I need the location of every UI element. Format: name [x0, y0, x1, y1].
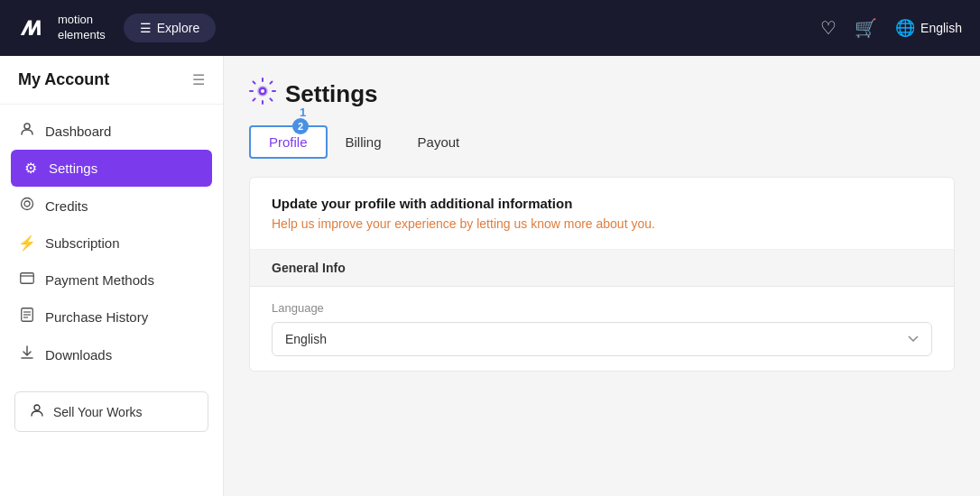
- sidebar-item-payment-methods[interactable]: Payment Methods: [0, 262, 223, 298]
- update-subtitle: Help us improve your experience by letti…: [272, 216, 932, 231]
- sidebar-item-downloads[interactable]: Downloads: [0, 335, 223, 373]
- language-selector[interactable]: 🌐 English: [895, 18, 962, 38]
- purchase-icon: [18, 308, 36, 326]
- tab-payout[interactable]: Payout: [400, 127, 478, 157]
- step-1-badge: 1: [300, 106, 306, 119]
- sidebar-item-dashboard[interactable]: Dashboard: [0, 112, 223, 150]
- sidebar-header: My Account ☰: [0, 56, 223, 105]
- step-2-badge: 2: [292, 118, 309, 134]
- svg-point-12: [261, 89, 264, 93]
- svg-point-2: [22, 198, 33, 210]
- svg-text:ʍ: ʍ: [20, 13, 41, 41]
- payment-icon: [18, 271, 36, 288]
- header-actions: ♡ 🛒 🌐 English: [820, 17, 962, 39]
- page-title: Settings: [285, 80, 378, 108]
- sidebar: My Account ☰ Dashboard ⚙ Settings Credit…: [0, 56, 224, 496]
- sell-works-icon: [30, 403, 44, 420]
- logo: ʍ motion elements: [18, 10, 106, 47]
- main-content: Settings 1 Profile 2 Billing Payout Upda…: [224, 56, 980, 496]
- sidebar-title: My Account: [18, 70, 109, 89]
- settings-gear-icon: [249, 78, 276, 111]
- explore-button[interactable]: ☰ Explore: [124, 14, 216, 42]
- svg-rect-4: [21, 273, 34, 284]
- settings-card: Update your profile with additional info…: [249, 177, 955, 372]
- section-header: General Info: [250, 250, 954, 287]
- header: ʍ motion elements ☰ Explore ♡ 🛒 🌐 Englis…: [0, 0, 980, 56]
- page-title-row: Settings: [249, 78, 955, 111]
- sidebar-item-purchase-history[interactable]: Purchase History: [0, 298, 223, 335]
- tab-profile[interactable]: Profile: [249, 125, 328, 159]
- menu-icon: ☰: [140, 21, 152, 35]
- tabs-row: 1 Profile 2 Billing Payout: [249, 125, 955, 159]
- dashboard-icon: [18, 122, 36, 140]
- subscription-icon: ⚡: [18, 234, 36, 252]
- logo-icon: ʍ: [18, 10, 51, 47]
- sidebar-item-credits[interactable]: Credits: [0, 187, 223, 225]
- settings-icon: ⚙: [22, 160, 40, 177]
- page-layout: My Account ☰ Dashboard ⚙ Settings Credit…: [0, 56, 980, 496]
- wishlist-icon[interactable]: ♡: [820, 17, 837, 39]
- downloads-icon: [18, 345, 36, 363]
- globe-icon: 🌐: [895, 18, 915, 38]
- cart-icon[interactable]: 🛒: [855, 17, 877, 39]
- update-section: Update your profile with additional info…: [250, 178, 954, 250]
- language-field-row: Language English 中文 日本語 한국어 Español Fran…: [250, 287, 954, 371]
- tab-billing[interactable]: Billing: [328, 127, 400, 157]
- sidebar-item-subscription[interactable]: ⚡ Subscription: [0, 225, 223, 262]
- language-label: Language: [272, 301, 932, 315]
- update-title: Update your profile with additional info…: [272, 196, 932, 211]
- general-info-section: General Info Language English 中文 日本語 한국어…: [250, 250, 954, 371]
- hamburger-icon[interactable]: ☰: [192, 71, 205, 88]
- sidebar-item-settings[interactable]: ⚙ Settings: [11, 150, 212, 187]
- sell-works-button[interactable]: Sell Your Works: [14, 391, 208, 432]
- language-select[interactable]: English 中文 日本語 한국어 Español Français Deut…: [272, 322, 932, 356]
- logo-text: motion elements: [58, 13, 106, 43]
- svg-point-3: [24, 201, 30, 207]
- credits-icon: [18, 197, 36, 215]
- sidebar-nav: Dashboard ⚙ Settings Credits ⚡ Subscript…: [0, 105, 223, 381]
- svg-point-1: [24, 124, 30, 129]
- svg-point-11: [34, 405, 40, 410]
